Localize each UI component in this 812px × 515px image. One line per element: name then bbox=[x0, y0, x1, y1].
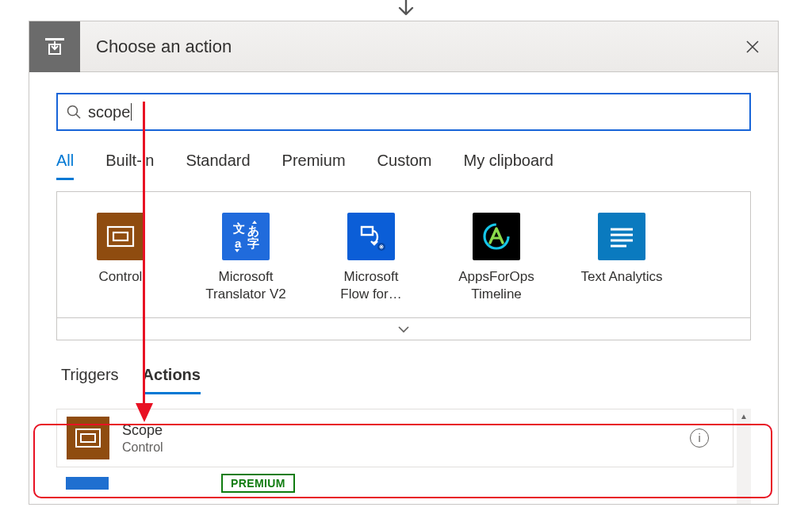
filter-tabs: All Built-in Standard Premium Custom My … bbox=[56, 152, 751, 180]
choose-action-panel: Choose an action scope bbox=[29, 21, 779, 505]
section-tab-triggers[interactable]: Triggers bbox=[61, 366, 119, 394]
svg-rect-0 bbox=[45, 38, 64, 40]
connector-control[interactable]: Control bbox=[76, 213, 165, 303]
filter-tab-premium[interactable]: Premium bbox=[282, 152, 346, 180]
connector-label: Text Analytics bbox=[581, 268, 663, 286]
panel-title: Choose an action bbox=[80, 37, 733, 57]
search-input-value: scope bbox=[88, 103, 130, 121]
filter-tab-all[interactable]: All bbox=[56, 152, 74, 180]
text-cursor bbox=[131, 103, 132, 121]
filter-tab-myclipboard[interactable]: My clipboard bbox=[463, 152, 553, 180]
svg-rect-3 bbox=[108, 227, 133, 246]
flow-arrow-down-icon bbox=[395, 0, 417, 22]
connector-translator[interactable]: 文 あ a 字 Microsoft Translator V2 bbox=[201, 213, 290, 303]
svg-text:a: a bbox=[235, 236, 242, 250]
translator-icon: 文 あ a 字 bbox=[222, 213, 270, 260]
filter-tab-builtin[interactable]: Built-in bbox=[105, 152, 154, 180]
connector-label: Microsoft Translator V2 bbox=[205, 268, 285, 303]
connector-appsforops[interactable]: AppsForOps Timeline bbox=[452, 213, 541, 303]
connector-label: Microsoft Flow for… bbox=[340, 268, 401, 303]
result-subtitle: Control bbox=[122, 440, 690, 455]
expand-connectors-button[interactable] bbox=[57, 317, 750, 340]
result-partial-icon bbox=[66, 477, 109, 490]
svg-text:あ: あ bbox=[247, 224, 259, 237]
panel-header: Choose an action bbox=[29, 21, 778, 72]
filter-tab-custom[interactable]: Custom bbox=[377, 152, 432, 180]
section-tabs: Triggers Actions bbox=[56, 366, 751, 394]
results-list: ▲ Scope Control bbox=[56, 409, 751, 504]
connector-textanalytics[interactable]: Text Analytics bbox=[577, 213, 666, 303]
close-button[interactable] bbox=[733, 28, 772, 66]
chevron-down-icon bbox=[397, 325, 410, 333]
svg-text:文: 文 bbox=[232, 221, 245, 235]
svg-point-1 bbox=[68, 106, 78, 116]
info-icon[interactable]: i bbox=[690, 429, 709, 448]
control-icon bbox=[67, 417, 109, 459]
svg-rect-4 bbox=[113, 233, 128, 240]
textanalytics-icon bbox=[598, 213, 645, 260]
scroll-up-icon: ▲ bbox=[737, 409, 751, 423]
connector-label: Control bbox=[99, 268, 143, 286]
svg-text:字: 字 bbox=[247, 236, 259, 250]
control-icon bbox=[97, 213, 144, 260]
panel-header-icon bbox=[29, 21, 80, 72]
close-icon bbox=[745, 39, 760, 55]
scrollbar[interactable]: ▲ bbox=[737, 409, 751, 504]
svg-rect-17 bbox=[81, 434, 95, 442]
connector-label: AppsForOps Timeline bbox=[458, 268, 534, 303]
premium-badge: PREMIUM bbox=[221, 474, 295, 493]
svg-line-2 bbox=[76, 114, 80, 118]
connectors-box: Control 文 あ a 字 bbox=[56, 191, 751, 340]
result-title: Scope bbox=[122, 422, 690, 439]
result-partial[interactable]: PREMIUM bbox=[56, 467, 733, 493]
connector-flow[interactable]: Microsoft Flow for… bbox=[327, 213, 416, 303]
flow-icon bbox=[347, 213, 395, 260]
appsforops-icon bbox=[473, 213, 520, 260]
result-scope[interactable]: Scope Control i bbox=[56, 409, 733, 467]
svg-rect-16 bbox=[76, 429, 100, 447]
search-box[interactable]: scope bbox=[56, 93, 751, 131]
section-tab-actions[interactable]: Actions bbox=[143, 366, 201, 394]
filter-tab-standard[interactable]: Standard bbox=[186, 152, 250, 180]
